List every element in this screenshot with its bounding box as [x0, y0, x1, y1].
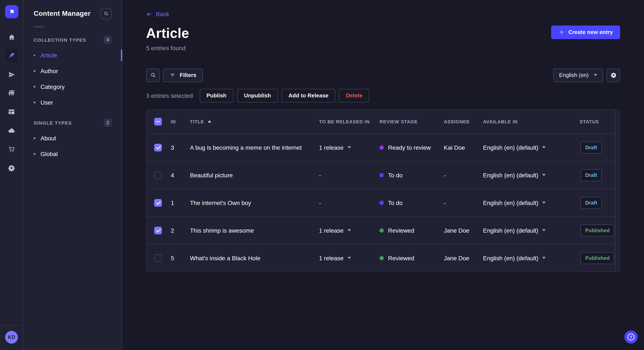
row-checkbox[interactable] — [154, 199, 162, 206]
deploy-cloud-icon[interactable] — [5, 124, 18, 137]
column-header-assignee: ASSIGNEE — [444, 119, 483, 124]
row-checkbox[interactable] — [154, 254, 162, 262]
table-body: 3 A bug is becoming a meme on the intern… — [146, 133, 620, 272]
sidebar-item-about[interactable]: About — [24, 130, 122, 146]
row-assignee: Jane Doe — [444, 255, 483, 261]
selected-count-text: 3 entries selected — [146, 92, 193, 99]
delete-button[interactable]: Delete — [339, 89, 369, 102]
row-checkbox[interactable] — [154, 171, 162, 179]
chevron-down-icon[interactable] — [542, 201, 546, 204]
row-checkbox[interactable] — [154, 144, 162, 151]
view-settings-button[interactable] — [606, 68, 620, 82]
row-checkbox[interactable] — [154, 226, 162, 234]
status-badge: Published — [580, 252, 614, 264]
row-review-stage: Reviewed — [388, 227, 414, 234]
publish-button[interactable]: Publish — [200, 89, 233, 102]
filter-icon — [170, 72, 176, 78]
bullet-icon — [34, 101, 35, 103]
column-header-status: STATUS — [580, 119, 620, 124]
column-header-available-in: AVAILABLE IN — [483, 119, 580, 124]
user-avatar[interactable]: KD — [5, 331, 18, 344]
review-stage-dot — [380, 145, 384, 150]
chevron-down-icon[interactable] — [542, 174, 546, 176]
search-icon — [150, 72, 156, 78]
strapi-logo-mark — [8, 8, 15, 15]
row-review-stage: Reviewed — [388, 255, 414, 261]
create-new-entry-button[interactable]: Create new entry — [551, 25, 620, 39]
table-header-row: ID TITLE TO BE RELEASED IN REVIEW STAGE … — [146, 110, 620, 133]
releases-paper-plane-icon[interactable] — [5, 68, 18, 81]
row-released-in: 1 release — [319, 255, 344, 261]
column-header-to-be-released-in: TO BE RELEASED IN — [319, 119, 380, 124]
column-header-title[interactable]: TITLE — [190, 119, 319, 124]
row-id: 1 — [171, 199, 190, 206]
review-stage-dot — [380, 200, 384, 205]
row-review-stage: Ready to review — [388, 144, 431, 151]
review-stage-dot — [380, 256, 384, 260]
settings-gear-icon[interactable] — [5, 161, 18, 175]
media-library-icon[interactable] — [5, 86, 18, 100]
column-header-review-stage: REVIEW STAGE — [380, 119, 444, 124]
bulk-action-bar: 3 entries selected Publish Unpublish Add… — [146, 89, 620, 102]
back-link[interactable]: Back — [146, 11, 169, 17]
help-question-icon: ? — [628, 334, 635, 341]
bullet-icon — [34, 137, 35, 139]
select-all-checkbox[interactable] — [154, 118, 162, 125]
chevron-down-icon[interactable] — [542, 229, 546, 231]
row-title: What's inside a Black Hole — [190, 255, 319, 261]
row-id: 4 — [171, 172, 190, 178]
chevron-down-icon[interactable] — [347, 229, 351, 231]
sidebar-search-button[interactable] — [100, 8, 112, 19]
row-assignee: Jane Doe — [444, 227, 483, 234]
row-released-in: 1 release — [319, 227, 344, 234]
home-icon[interactable] — [5, 30, 18, 44]
content-manager-sidebar: Content Manager COLLECTION TYPES 4 Artic… — [24, 0, 122, 350]
strapi-logo[interactable] — [5, 5, 18, 18]
page-title: Article — [146, 25, 189, 41]
search-button[interactable] — [146, 68, 160, 82]
unpublish-button[interactable]: Unpublish — [237, 89, 278, 102]
main-sidebar: KD — [0, 0, 24, 350]
row-released-in: - — [319, 199, 321, 206]
chevron-down-icon[interactable] — [542, 146, 546, 149]
search-icon — [103, 11, 109, 16]
table-row[interactable]: 3 A bug is becoming a meme on the intern… — [146, 133, 620, 161]
single-types-count-badge: 2 — [104, 119, 112, 127]
locale-select[interactable]: English (en) — [553, 68, 603, 82]
row-title: Beautiful picture — [190, 172, 319, 178]
help-button[interactable]: ? — [624, 331, 638, 344]
bullet-icon — [34, 153, 35, 155]
sidebar-item-article[interactable]: Article — [24, 47, 122, 63]
bullet-icon — [34, 54, 35, 56]
row-review-stage: To do — [388, 172, 403, 178]
content-type-builder-icon[interactable] — [5, 105, 18, 119]
row-title: This shrimp is awesome — [190, 227, 319, 234]
row-available-in: English (en) (default) — [483, 199, 538, 206]
collection-types-count-badge: 4 — [104, 36, 112, 44]
row-assignee: Kai Doe — [444, 144, 483, 151]
row-title: The internet's Own boy — [190, 199, 319, 206]
row-available-in: English (en) (default) — [483, 172, 538, 178]
sidebar-item-user[interactable]: User — [24, 94, 122, 110]
table-row[interactable]: 2 This shrimp is awesome 1 release Revie… — [146, 216, 620, 244]
chevron-down-icon[interactable] — [542, 257, 546, 259]
column-header-id: ID — [171, 119, 190, 124]
sidebar-item-global[interactable]: Global — [24, 146, 122, 162]
marketplace-cart-icon[interactable] — [5, 143, 18, 156]
row-id: 2 — [171, 227, 190, 234]
table-row[interactable]: 4 Beautiful picture - To do - English (e… — [146, 161, 620, 189]
chevron-down-icon[interactable] — [347, 257, 351, 259]
table-row[interactable]: 1 The internet's Own boy - To do - Engli… — [146, 189, 620, 216]
filters-button[interactable]: Filters — [163, 68, 203, 82]
section-label-single-types: SINGLE TYPES — [34, 120, 72, 125]
table-row[interactable]: 5 What's inside a Black Hole 1 release R… — [146, 244, 620, 272]
sidebar-item-category[interactable]: Category — [24, 79, 122, 94]
content-manager-feather-icon[interactable] — [5, 49, 18, 62]
add-to-release-button[interactable]: Add to Release — [282, 89, 335, 102]
page-header: Article 5 entries found — [146, 25, 189, 51]
chevron-down-icon[interactable] — [347, 146, 351, 149]
chevron-down-icon — [594, 74, 597, 76]
review-stage-dot — [380, 228, 384, 232]
row-released-in: - — [319, 172, 321, 178]
sidebar-item-author[interactable]: Author — [24, 63, 122, 79]
